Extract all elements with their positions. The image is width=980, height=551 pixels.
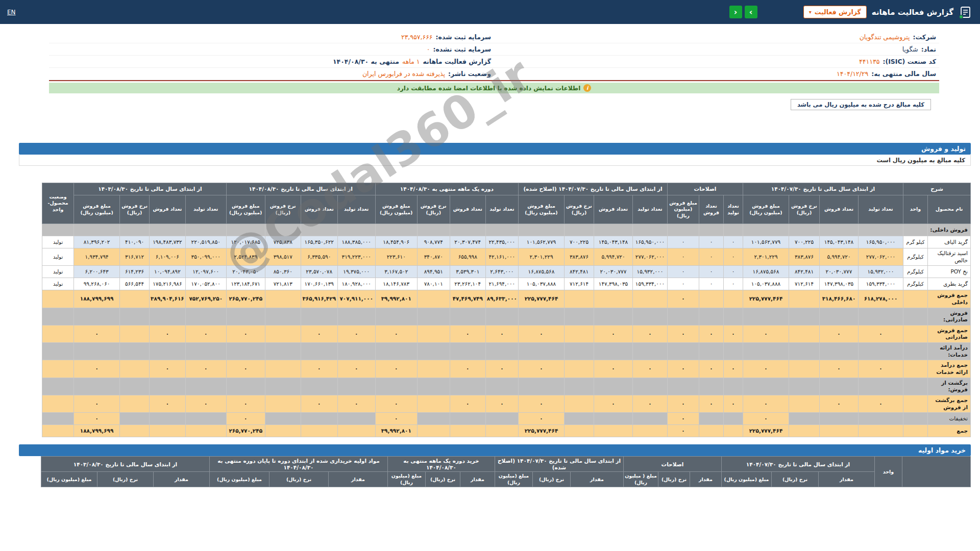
column-header: مبلغ فروش (میلیون ریال) <box>519 195 565 224</box>
column-header: مقدار <box>460 472 495 487</box>
value-cell: ۰ <box>668 290 699 308</box>
value-cell <box>594 224 633 236</box>
value-cell: ۰ <box>668 278 699 290</box>
value-cell <box>633 425 668 437</box>
column-group-header: از ابتدای سال مالی تا تاریخ ۱۴۰۴/۰۷/۳۰ (… <box>519 183 668 195</box>
value-cell <box>699 378 724 395</box>
table-row-section: فروش صادراتی: <box>42 308 971 325</box>
value-cell: ۱۲۰,۰۱۷,۶۸۵ <box>226 236 265 248</box>
report-type-button[interactable]: گزارش فعالیت ▾ <box>803 6 867 18</box>
value-cell <box>301 425 337 437</box>
product-status-cell <box>42 224 74 236</box>
value-cell <box>485 413 518 425</box>
value-cell <box>120 343 150 360</box>
unit-cell <box>903 378 928 395</box>
value-cell <box>594 308 633 325</box>
value-cell: ۶,۲۰۰,۶۴۳ <box>74 266 120 278</box>
value-cell: ۰ <box>668 248 699 266</box>
info-icon: i <box>583 84 591 92</box>
fiscal-year-row: سال مالی منتهی به: ۱۴۰۴/۱۲/۲۹ <box>494 68 939 80</box>
registered-capital-value: ۲۳,۹۵۷,۶۶۶ <box>401 33 433 41</box>
unit-cell <box>903 413 928 425</box>
unit-cell: کیلو گرم <box>903 236 928 248</box>
value-cell: ۰ <box>668 425 699 437</box>
column-header: تعداد فروش <box>699 195 724 224</box>
value-cell <box>450 413 485 425</box>
value-cell <box>185 425 226 437</box>
value-cell <box>859 224 903 236</box>
value-cell: ۲,۳۰۱,۲۲۹ <box>743 248 789 266</box>
column-header: تعداد فروش <box>594 195 633 224</box>
value-cell: ۱۴۵,۰۴۳,۱۴۸ <box>820 236 859 248</box>
value-cell <box>743 308 789 325</box>
value-cell: ۰ <box>699 360 724 378</box>
table-row-section: برگشت از فروش: <box>42 378 971 395</box>
column-header: تعداد فروش <box>301 195 337 224</box>
issuer-status-row: وضعیت ناشر: پذیرفته شده در فرابورس ایران <box>49 68 494 80</box>
value-cell <box>74 343 120 360</box>
value-cell <box>485 343 518 360</box>
value-cell <box>743 378 789 395</box>
column-group-header: دوره یک ماهه منتهی به ۱۴۰۴/۰۸/۳۰ <box>375 183 518 195</box>
value-cell: ۱۹۸,۴۸۳,۷۳۲ <box>150 236 186 248</box>
value-cell <box>337 224 375 236</box>
navbar-right-group: گزارش فعالیت ماهانه گزارش فعالیت ▾ › ‹ <box>729 5 973 19</box>
value-cell: ۷۲۵,۸۳۸ <box>265 236 301 248</box>
value-cell: ۲۲۵,۷۷۷,۴۶۴ <box>743 425 789 437</box>
value-cell: ۱۶۵,۳۵۰,۶۲۲ <box>301 236 337 248</box>
value-cell: ۰ <box>226 325 265 342</box>
value-cell: ۶۵۵,۹۹۸ <box>450 248 485 266</box>
amounts-unit-tab[interactable]: کلیه مبالغ درج شده به میلیون ریال می باش… <box>791 99 931 110</box>
value-cell: ۰ <box>594 395 633 412</box>
company-name[interactable]: پتروشیمی تندگویان <box>860 33 910 41</box>
column-header: مبلغ (میلیون ریال) <box>41 472 97 487</box>
value-cell: ۰ <box>226 413 265 425</box>
prev-report-button[interactable]: ‹ <box>729 6 742 18</box>
column-header: مبلغ فروش (میلیون ریال) <box>668 195 699 224</box>
production-sales-table: شرحاز ابتدای سال مالی تا تاریخ ۱۴۰۴/۰۷/۳… <box>42 183 971 437</box>
value-cell: ۱۵,۹۳۲,۰۰۰ <box>859 266 903 278</box>
value-cell: ۰ <box>743 325 789 342</box>
value-cell <box>150 413 186 425</box>
raw-materials-table: واحداز ابتدای سال مالی تا تاریخ ۱۴۰۴/۰۷/… <box>41 456 971 487</box>
value-cell: ۳۱۹,۲۲۳,۰۰۰ <box>337 248 375 266</box>
value-cell <box>743 224 789 236</box>
value-cell: ۸۱,۳۹۶,۲۰۲ <box>74 236 120 248</box>
value-cell: ۱۴۵,۰۴۳,۱۴۸ <box>594 236 633 248</box>
value-cell: ۰ <box>724 248 743 266</box>
value-cell <box>265 425 301 437</box>
period-end-date: منتهی به ۱۴۰۴/۰۸/۳۰ <box>333 58 399 65</box>
table-row-total: جمع فروش صادراتی۰۰۰۰۰۰۰۰۰۰۰۰۰۰۰۰۰۰ <box>42 325 971 342</box>
value-cell <box>417 343 450 360</box>
language-link[interactable]: EN <box>7 9 16 16</box>
value-cell <box>519 343 565 360</box>
value-cell: ۰ <box>375 360 417 378</box>
table-row-data: اسید ترفتالیک خالصکیلوگرم۲۷۷,۰۶۲,۰۰۰۵,۹۹… <box>42 248 971 266</box>
value-cell <box>265 325 301 342</box>
value-cell: ۱۷۰,۶۶۰,۱۳۹ <box>301 278 337 290</box>
value-cell: ۰ <box>375 395 417 412</box>
value-cell <box>301 224 337 236</box>
value-cell <box>633 378 668 395</box>
value-cell <box>699 224 724 236</box>
value-cell: ۲,۳۰۱,۲۲۹ <box>519 248 565 266</box>
column-header: تعداد تولید <box>337 195 375 224</box>
value-cell <box>265 360 301 378</box>
value-cell: ۰ <box>699 236 724 248</box>
value-cell <box>265 290 301 308</box>
value-cell: ۳,۵۳۹,۳۰۱ <box>450 266 485 278</box>
value-cell: ۱۷۰,۰۵۲,۸۰۰ <box>185 278 226 290</box>
value-cell <box>417 290 450 308</box>
value-cell <box>565 343 594 360</box>
product-name-cell: جمع درآمد ارائه خدمات <box>928 360 971 378</box>
value-cell: ۱۴۷,۳۹۸,۰۳۵ <box>820 278 859 290</box>
value-cell: ۰ <box>150 395 186 412</box>
value-cell <box>450 224 485 236</box>
value-cell <box>633 224 668 236</box>
value-cell: ۳۸۳,۸۷۶ <box>789 248 820 266</box>
column-header: واحد <box>903 195 928 224</box>
next-report-button[interactable]: › <box>745 6 757 18</box>
value-cell <box>337 413 375 425</box>
column-group-header: از ابتدای سال مالی تا تاریخ ۱۴۰۴/۰۷/۳۰ (… <box>495 457 624 472</box>
value-cell <box>519 224 565 236</box>
